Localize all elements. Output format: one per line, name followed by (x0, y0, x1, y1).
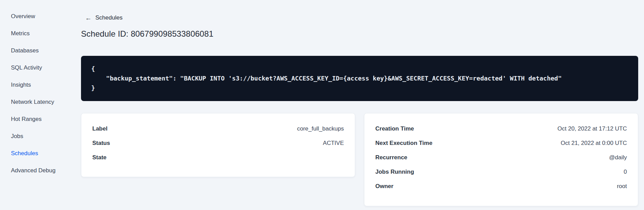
sidebar-item-advanced-debug[interactable]: Advanced Debug (11, 166, 81, 175)
sidebar-item-jobs[interactable]: Jobs (11, 132, 81, 140)
detail-row-label: Recurrence (375, 154, 407, 161)
code-line: } (91, 83, 628, 93)
main-content: ← Schedules Schedule ID: 806799098533806… (81, 0, 638, 210)
page-title: Schedule ID: 806799098533806081 (81, 29, 213, 39)
detail-row: Status ACTIVE (92, 136, 344, 150)
detail-row: Label core_full_backups (92, 122, 344, 136)
back-arrow-icon: ← (85, 15, 92, 21)
back-link-label: Schedules (95, 14, 122, 22)
sidebar-item-network-latency[interactable]: Network Latency (11, 98, 81, 106)
sidebar-item-schedules[interactable]: Schedules (11, 149, 81, 158)
detail-row-label: Creation Time (375, 125, 414, 133)
sidebar-item-hot-ranges[interactable]: Hot Ranges (11, 115, 81, 123)
detail-row-value: ACTIVE (323, 139, 344, 147)
sidebar-item-databases[interactable]: Databases (11, 47, 81, 55)
sidebar-item-sql-activity[interactable]: SQL Activity (11, 64, 81, 72)
detail-row: Creation Time Oct 20, 2022 at 17:12 UTC (375, 122, 627, 136)
detail-row-label: State (92, 154, 107, 161)
sidebar-item-overview[interactable]: Overview (11, 12, 81, 21)
detail-row-label: Next Execution Time (375, 139, 432, 147)
sidebar-item-insights[interactable]: Insights (11, 81, 81, 89)
detail-row-label: Owner (375, 183, 393, 190)
back-link[interactable]: ← Schedules (85, 14, 122, 22)
detail-row: Recurrence @daily (375, 150, 627, 165)
sidebar-item-metrics[interactable]: Metrics (11, 29, 81, 38)
code-line: { (91, 64, 628, 74)
detail-row-value: 0 (624, 168, 627, 176)
detail-cards: Label core_full_backups Status ACTIVE St… (81, 113, 638, 206)
detail-row: Next Execution Time Oct 21, 2022 at 0:00… (375, 136, 627, 150)
detail-row-label: Status (92, 139, 110, 147)
detail-row: Owner root (375, 179, 627, 194)
code-line: "backup_statement": "BACKUP INTO 's3://b… (91, 74, 628, 83)
detail-row-value: Oct 21, 2022 at 0:00 UTC (561, 139, 627, 147)
detail-row-value: @daily (609, 154, 627, 161)
detail-row-value: core_full_backups (297, 125, 344, 133)
detail-row: State (92, 150, 344, 165)
schedule-definition-code-block: { "backup_statement": "BACKUP INTO 's3:/… (81, 56, 638, 101)
detail-row: Jobs Running 0 (375, 165, 627, 179)
schedule-timing-card: Creation Time Oct 20, 2022 at 17:12 UTC … (364, 113, 638, 206)
detail-row-label: Label (92, 125, 107, 133)
detail-row-value: Oct 20, 2022 at 17:12 UTC (558, 125, 627, 133)
detail-row-label: Jobs Running (375, 168, 414, 176)
schedule-status-card: Label core_full_backups Status ACTIVE St… (81, 113, 355, 177)
detail-row-value: root (617, 183, 627, 190)
sidebar: Overview Metrics Databases SQL Activity … (0, 0, 81, 210)
